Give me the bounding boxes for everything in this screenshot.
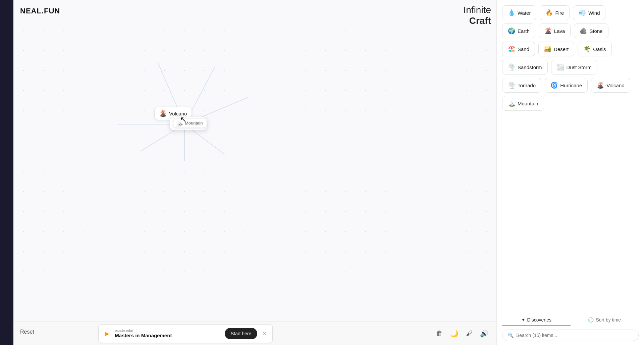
chip-label: Volcano [606,83,624,88]
chip-label: Fire [555,10,564,16]
chip-emoji: 🌪️ [508,82,515,89]
ad-title: Masters in Management [115,333,219,338]
ad-cta-button[interactable]: Start here [225,328,257,339]
discoveries-icon: ✦ [521,317,525,323]
brand-logo: NEAL.FUN [20,7,60,15]
bottom-tools: 🗑 🌙 🖌 🔊 [435,328,490,339]
chip-label: Earth [518,28,530,34]
element-chip-mountain[interactable]: 🏔️Mountain [502,96,544,111]
chip-emoji: 🌋 [544,27,552,35]
chip-label: Stone [589,28,602,34]
night-mode-button[interactable]: 🌙 [449,328,460,339]
main-canvas: NEAL.FUN Infinite Craft 🌋 Volcano 🌋 Volc… [13,0,496,345]
ad-source: esade.edu/ [115,329,219,333]
tooltip-label: Mountain [185,120,203,126]
element-chip-dust-storm[interactable]: 🌫️Dust Storm [551,60,597,75]
bottom-bar: Reset ▶ esade.edu/ Masters in Management… [13,322,496,345]
chip-label: Hurricane [560,83,582,88]
brush-button[interactable]: 🖌 [465,328,474,339]
chip-label: Wind [588,10,600,16]
element-chip-wind[interactable]: 💨Wind [573,5,605,20]
chip-label: Tornado [518,83,536,88]
search-icon: 🔍 [508,333,514,338]
chip-label: Sandstorm [518,64,542,70]
chip-label: Dust Storm [567,64,592,70]
ad-close-icon[interactable]: ✕ [263,331,266,336]
discoveries-label: Discoveries [527,317,551,323]
element-chip-sandstorm[interactable]: 🌪️Sandstorm [502,60,548,75]
tab-sortbytime[interactable]: 🕐 Sort by time [571,314,639,326]
chip-emoji: 🏔️ [508,100,515,107]
delete-button[interactable]: 🗑 [435,328,444,339]
left-strip [0,0,13,345]
game-title: Infinite Craft [464,5,491,26]
chip-emoji: 🌪️ [508,63,515,71]
chip-label: Sand [518,46,529,52]
chip-emoji: 💧 [508,9,515,16]
title-line2: Craft [464,15,491,26]
sortbytime-label: Sort by time [596,317,621,323]
clock-icon: 🕐 [588,317,594,323]
volcano1-emoji: 🌋 [159,110,167,117]
search-bar[interactable]: 🔍 [502,330,639,341]
element-chip-lava[interactable]: 🌋Lava [539,23,571,38]
chip-label: Lava [554,28,565,34]
volcano1-label: Volcano [169,111,187,116]
right-panel: 💧Water🔥Fire💨Wind🌍Earth🌋Lava🪨Stone🏖️Sand🏜… [496,0,644,345]
chip-label: Water [518,10,531,16]
tooltip-mountain: 🏔️ Mountain [173,118,207,128]
element-chip-volcano[interactable]: 🌋Volcano [591,78,630,93]
chip-emoji: 🌍 [508,27,515,35]
chip-emoji: 🌫️ [557,63,564,71]
panel-bottom: ✦ Discoveries 🕐 Sort by time 🔍 [497,310,644,345]
tab-discoveries[interactable]: ✦ Discoveries [502,314,571,326]
chip-emoji: 🏖️ [508,45,515,53]
chip-label: Mountain [518,101,538,106]
chip-emoji: 🌋 [597,82,604,89]
ad-text: esade.edu/ Masters in Management [115,329,219,338]
search-input[interactable] [516,333,633,338]
reset-button[interactable]: Reset [20,329,34,335]
chip-emoji: 🪨 [580,27,587,35]
brand-name: NEAL.FUN [20,7,60,15]
element-chip-oasis[interactable]: 🌴Oasis [578,42,611,56]
elements-grid: 💧Water🔥Fire💨Wind🌍Earth🌋Lava🪨Stone🏖️Sand🏜… [497,0,644,310]
ad-play-icon: ▶ [105,330,109,337]
chip-emoji: 🔥 [545,9,553,16]
tooltip-emoji: 🏔️ [177,120,183,126]
element-chip-tornado[interactable]: 🌪️Tornado [502,78,541,93]
chip-emoji: 💨 [579,9,586,16]
element-chip-water[interactable]: 💧Water [502,5,536,20]
title-line1: Infinite [464,5,491,15]
ad-banner: ▶ esade.edu/ Masters in Management Start… [98,324,273,343]
element-chip-stone[interactable]: 🪨Stone [574,23,608,38]
element-chip-sand[interactable]: 🏖️Sand [502,42,535,56]
element-chip-fire[interactable]: 🔥Fire [540,5,570,20]
panel-tabs: ✦ Discoveries 🕐 Sort by time [502,314,639,326]
chip-emoji: 🌀 [550,82,558,89]
connections-svg [13,0,496,345]
element-chip-desert[interactable]: 🏜️Desert [538,42,574,56]
volume-button[interactable]: 🔊 [479,328,490,339]
element-chip-earth[interactable]: 🌍Earth [502,23,535,38]
element-chip-hurricane[interactable]: 🌀Hurricane [545,78,588,93]
chip-emoji: 🌴 [583,45,591,53]
chip-emoji: 🏜️ [544,45,551,53]
chip-label: Desert [554,46,569,52]
chip-label: Oasis [593,46,606,52]
